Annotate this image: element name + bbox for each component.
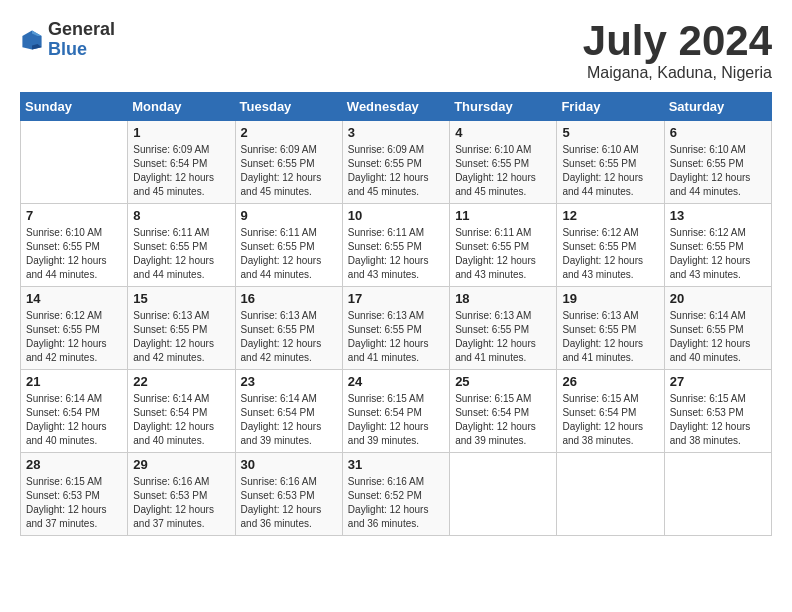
logo-blue-text: Blue [48, 40, 115, 60]
day-number: 18 [455, 291, 551, 306]
calendar-location: Maigana, Kaduna, Nigeria [583, 64, 772, 82]
day-cell: 4Sunrise: 6:10 AM Sunset: 6:55 PM Daylig… [450, 121, 557, 204]
day-number: 31 [348, 457, 444, 472]
day-number: 17 [348, 291, 444, 306]
day-cell: 22Sunrise: 6:14 AM Sunset: 6:54 PM Dayli… [128, 370, 235, 453]
day-number: 27 [670, 374, 766, 389]
day-number: 19 [562, 291, 658, 306]
day-cell [450, 453, 557, 536]
day-info: Sunrise: 6:12 AM Sunset: 6:55 PM Dayligh… [670, 226, 766, 282]
day-number: 11 [455, 208, 551, 223]
day-info: Sunrise: 6:15 AM Sunset: 6:54 PM Dayligh… [348, 392, 444, 448]
day-cell: 11Sunrise: 6:11 AM Sunset: 6:55 PM Dayli… [450, 204, 557, 287]
day-cell: 17Sunrise: 6:13 AM Sunset: 6:55 PM Dayli… [342, 287, 449, 370]
day-cell: 31Sunrise: 6:16 AM Sunset: 6:52 PM Dayli… [342, 453, 449, 536]
day-info: Sunrise: 6:14 AM Sunset: 6:55 PM Dayligh… [670, 309, 766, 365]
day-number: 5 [562, 125, 658, 140]
day-cell: 29Sunrise: 6:16 AM Sunset: 6:53 PM Dayli… [128, 453, 235, 536]
day-number: 2 [241, 125, 337, 140]
week-row-3: 14Sunrise: 6:12 AM Sunset: 6:55 PM Dayli… [21, 287, 772, 370]
day-number: 24 [348, 374, 444, 389]
day-cell [21, 121, 128, 204]
day-cell: 12Sunrise: 6:12 AM Sunset: 6:55 PM Dayli… [557, 204, 664, 287]
logo-icon [20, 28, 44, 52]
week-row-4: 21Sunrise: 6:14 AM Sunset: 6:54 PM Dayli… [21, 370, 772, 453]
day-number: 12 [562, 208, 658, 223]
day-number: 7 [26, 208, 122, 223]
day-info: Sunrise: 6:13 AM Sunset: 6:55 PM Dayligh… [133, 309, 229, 365]
day-info: Sunrise: 6:11 AM Sunset: 6:55 PM Dayligh… [455, 226, 551, 282]
day-cell: 9Sunrise: 6:11 AM Sunset: 6:55 PM Daylig… [235, 204, 342, 287]
calendar-table: SundayMondayTuesdayWednesdayThursdayFrid… [20, 92, 772, 536]
calendar-title: July 2024 [583, 20, 772, 62]
day-cell: 16Sunrise: 6:13 AM Sunset: 6:55 PM Dayli… [235, 287, 342, 370]
day-cell: 20Sunrise: 6:14 AM Sunset: 6:55 PM Dayli… [664, 287, 771, 370]
column-header-tuesday: Tuesday [235, 93, 342, 121]
day-number: 16 [241, 291, 337, 306]
day-cell: 15Sunrise: 6:13 AM Sunset: 6:55 PM Dayli… [128, 287, 235, 370]
column-header-monday: Monday [128, 93, 235, 121]
day-info: Sunrise: 6:12 AM Sunset: 6:55 PM Dayligh… [26, 309, 122, 365]
day-number: 15 [133, 291, 229, 306]
day-number: 21 [26, 374, 122, 389]
day-number: 6 [670, 125, 766, 140]
day-info: Sunrise: 6:11 AM Sunset: 6:55 PM Dayligh… [348, 226, 444, 282]
day-cell: 18Sunrise: 6:13 AM Sunset: 6:55 PM Dayli… [450, 287, 557, 370]
day-cell [557, 453, 664, 536]
day-info: Sunrise: 6:15 AM Sunset: 6:54 PM Dayligh… [455, 392, 551, 448]
day-number: 8 [133, 208, 229, 223]
day-cell: 5Sunrise: 6:10 AM Sunset: 6:55 PM Daylig… [557, 121, 664, 204]
day-info: Sunrise: 6:16 AM Sunset: 6:53 PM Dayligh… [133, 475, 229, 531]
day-info: Sunrise: 6:13 AM Sunset: 6:55 PM Dayligh… [455, 309, 551, 365]
day-info: Sunrise: 6:14 AM Sunset: 6:54 PM Dayligh… [26, 392, 122, 448]
day-cell: 13Sunrise: 6:12 AM Sunset: 6:55 PM Dayli… [664, 204, 771, 287]
day-info: Sunrise: 6:14 AM Sunset: 6:54 PM Dayligh… [133, 392, 229, 448]
day-info: Sunrise: 6:11 AM Sunset: 6:55 PM Dayligh… [241, 226, 337, 282]
day-info: Sunrise: 6:16 AM Sunset: 6:53 PM Dayligh… [241, 475, 337, 531]
day-cell: 28Sunrise: 6:15 AM Sunset: 6:53 PM Dayli… [21, 453, 128, 536]
day-number: 1 [133, 125, 229, 140]
day-info: Sunrise: 6:13 AM Sunset: 6:55 PM Dayligh… [348, 309, 444, 365]
day-cell: 10Sunrise: 6:11 AM Sunset: 6:55 PM Dayli… [342, 204, 449, 287]
day-cell: 19Sunrise: 6:13 AM Sunset: 6:55 PM Dayli… [557, 287, 664, 370]
day-cell: 1Sunrise: 6:09 AM Sunset: 6:54 PM Daylig… [128, 121, 235, 204]
day-number: 14 [26, 291, 122, 306]
column-header-saturday: Saturday [664, 93, 771, 121]
day-info: Sunrise: 6:10 AM Sunset: 6:55 PM Dayligh… [26, 226, 122, 282]
day-cell: 24Sunrise: 6:15 AM Sunset: 6:54 PM Dayli… [342, 370, 449, 453]
day-number: 23 [241, 374, 337, 389]
column-header-wednesday: Wednesday [342, 93, 449, 121]
week-row-2: 7Sunrise: 6:10 AM Sunset: 6:55 PM Daylig… [21, 204, 772, 287]
day-cell: 6Sunrise: 6:10 AM Sunset: 6:55 PM Daylig… [664, 121, 771, 204]
column-header-thursday: Thursday [450, 93, 557, 121]
day-info: Sunrise: 6:15 AM Sunset: 6:54 PM Dayligh… [562, 392, 658, 448]
logo: General Blue [20, 20, 115, 60]
column-header-sunday: Sunday [21, 93, 128, 121]
day-info: Sunrise: 6:13 AM Sunset: 6:55 PM Dayligh… [562, 309, 658, 365]
day-number: 13 [670, 208, 766, 223]
day-cell: 2Sunrise: 6:09 AM Sunset: 6:55 PM Daylig… [235, 121, 342, 204]
day-info: Sunrise: 6:12 AM Sunset: 6:55 PM Dayligh… [562, 226, 658, 282]
day-number: 28 [26, 457, 122, 472]
day-number: 9 [241, 208, 337, 223]
logo-text: General Blue [48, 20, 115, 60]
logo-general-text: General [48, 20, 115, 40]
day-cell: 7Sunrise: 6:10 AM Sunset: 6:55 PM Daylig… [21, 204, 128, 287]
day-cell [664, 453, 771, 536]
day-number: 4 [455, 125, 551, 140]
day-number: 25 [455, 374, 551, 389]
day-info: Sunrise: 6:10 AM Sunset: 6:55 PM Dayligh… [562, 143, 658, 199]
day-number: 22 [133, 374, 229, 389]
day-info: Sunrise: 6:10 AM Sunset: 6:55 PM Dayligh… [455, 143, 551, 199]
page-header: General Blue July 2024 Maigana, Kaduna, … [20, 20, 772, 82]
day-info: Sunrise: 6:11 AM Sunset: 6:55 PM Dayligh… [133, 226, 229, 282]
day-cell: 3Sunrise: 6:09 AM Sunset: 6:55 PM Daylig… [342, 121, 449, 204]
day-cell: 14Sunrise: 6:12 AM Sunset: 6:55 PM Dayli… [21, 287, 128, 370]
day-number: 30 [241, 457, 337, 472]
day-info: Sunrise: 6:14 AM Sunset: 6:54 PM Dayligh… [241, 392, 337, 448]
day-cell: 21Sunrise: 6:14 AM Sunset: 6:54 PM Dayli… [21, 370, 128, 453]
day-cell: 27Sunrise: 6:15 AM Sunset: 6:53 PM Dayli… [664, 370, 771, 453]
column-header-friday: Friday [557, 93, 664, 121]
day-number: 20 [670, 291, 766, 306]
title-block: July 2024 Maigana, Kaduna, Nigeria [583, 20, 772, 82]
